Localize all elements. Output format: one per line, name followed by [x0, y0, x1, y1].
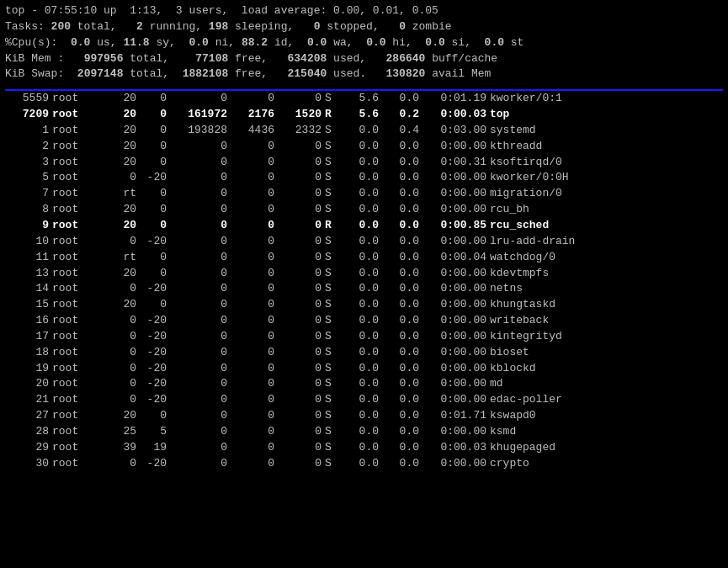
table-row[interactable]: 9root200000R0.00.00:00.85rcu_sched — [5, 218, 723, 234]
table-row[interactable]: 3root200000S0.00.00:00.31ksoftirqd/0 — [5, 155, 723, 171]
sysinfo-line5: KiB Swap: 2097148 total, 1882108 free, 2… — [5, 66, 723, 82]
table-row[interactable]: 19root0-20000S0.00.00:00.00kblockd — [5, 361, 723, 377]
table-row[interactable]: 2root200000S0.00.00:00.00kthreadd — [5, 139, 723, 155]
table-row[interactable]: 15root200000S0.00.00:00.00khungtaskd — [5, 297, 723, 313]
table-row[interactable]: 16root0-20000S0.00.00:00.00writeback — [5, 313, 723, 329]
table-row[interactable]: 17root0-20000S0.00.00:00.00kintegrityd — [5, 329, 723, 345]
table-row[interactable]: 13root200000S0.00.00:00.00kdevtmpfs — [5, 266, 723, 282]
table-body: 5559root200000S5.60.00:01.19kworker/0:17… — [5, 91, 723, 471]
table-row[interactable]: 18root0-20000S0.00.00:00.00bioset — [5, 345, 723, 361]
table-row[interactable]: 28root255000S0.00.00:00.00ksmd — [5, 424, 723, 440]
table-row[interactable]: 7rootrt0000S0.00.00:00.00migration/0 — [5, 186, 723, 202]
sysinfo-line2: Tasks: 200 total, 2 running, 198 sleepin… — [5, 19, 723, 35]
sysinfo-block: top - 07:55:10 up 1:13, 3 users, load av… — [5, 3, 723, 82]
table-row[interactable]: 21root0-20000S0.00.00:00.00edac-poller — [5, 392, 723, 408]
table-row[interactable]: 1root20019382844362332S0.00.40:03.00syst… — [5, 123, 723, 139]
table-row[interactable]: 10root0-20000S0.00.00:00.00lru-add-drain — [5, 234, 723, 250]
sysinfo-line4: KiB Mem : 997956 total, 77108 free, 6342… — [5, 51, 723, 67]
table-row[interactable]: 11rootrt0000S0.00.00:00.04watchdog/0 — [5, 250, 723, 266]
table-row[interactable]: 5559root200000S5.60.00:01.19kworker/0:1 — [5, 91, 723, 107]
table-row[interactable]: 8root200000S0.00.00:00.00rcu_bh — [5, 202, 723, 218]
terminal-window: top - 07:55:10 up 1:13, 3 users, load av… — [5, 3, 723, 471]
table-row[interactable]: 5root0-20000S0.00.00:00.00kworker/0:0H — [5, 170, 723, 186]
table-row[interactable]: 27root200000S0.00.00:01.71kswapd0 — [5, 408, 723, 424]
table-row[interactable]: 20root0-20000S0.00.00:00.00md — [5, 376, 723, 392]
sysinfo-line1: top - 07:55:10 up 1:13, 3 users, load av… — [5, 3, 723, 19]
process-table: 5559root200000S5.60.00:01.19kworker/0:17… — [5, 89, 723, 471]
table-row[interactable]: 29root3919000S0.00.00:00.03khugepaged — [5, 440, 723, 456]
sysinfo-line3: %Cpu(s): 0.0 us, 11.8 sy, 0.0 ni, 88.2 i… — [5, 35, 723, 51]
table-row[interactable]: 14root0-20000S0.00.00:00.00netns — [5, 281, 723, 297]
table-row[interactable]: 7209root20016197221761520R5.60.20:00.03t… — [5, 107, 723, 123]
table-row[interactable]: 30root0-20000S0.00.00:00.00crypto — [5, 456, 723, 472]
